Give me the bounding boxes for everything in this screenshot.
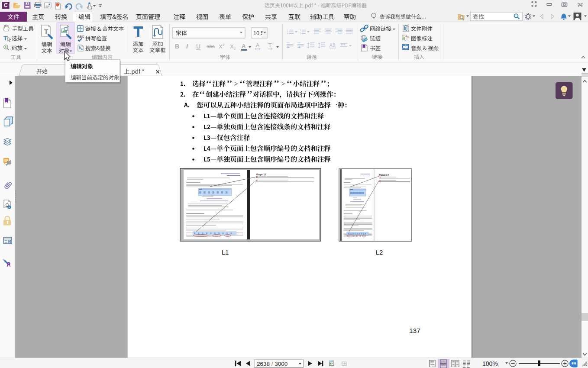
svg-text:L2: L2 (376, 249, 383, 256)
svg-text:A: A (242, 43, 246, 49)
svg-text:X: X (230, 43, 234, 50)
svg-text:ABC: ABC (77, 35, 84, 39)
svg-text:X: X (219, 43, 223, 50)
svg-text:B: B (175, 43, 179, 50)
svg-text:abc: abc (207, 44, 215, 49)
svg-text:U: U (196, 43, 200, 50)
svg-text:2638 / 3000: 2638 / 3000 (257, 361, 288, 367)
svg-text:A: A (256, 42, 259, 48)
svg-text:2: 2 (234, 47, 236, 51)
svg-text:L1: L1 (222, 249, 229, 256)
svg-text:B: B (333, 43, 336, 48)
svg-text:T: T (268, 42, 272, 48)
svg-text:Page:17: Page:17 (379, 174, 389, 176)
svg-text:2: 2 (223, 43, 225, 47)
svg-text:10.5: 10.5 (253, 30, 264, 36)
svg-text:100%: 100% (482, 360, 498, 367)
svg-text:A: A (330, 43, 333, 48)
svg-text:137: 137 (409, 327, 420, 334)
svg-text:Page:17: Page:17 (256, 173, 267, 176)
svg-text:T: T (3, 35, 7, 42)
